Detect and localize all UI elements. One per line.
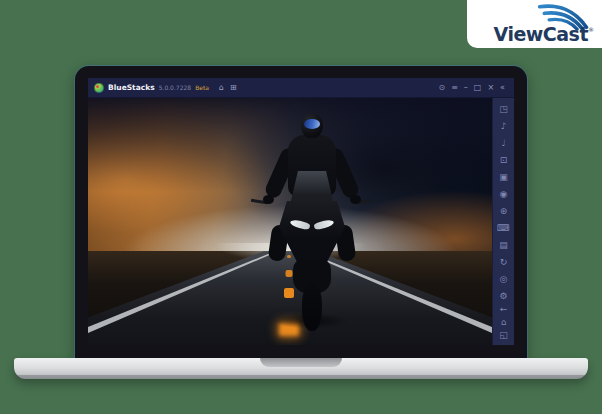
- home-icon[interactable]: ⌂: [217, 84, 226, 92]
- helmet-visor: [304, 119, 320, 129]
- window-controls: ⊙≡–□×«: [435, 84, 508, 92]
- front-wheel: [302, 283, 322, 331]
- maximize-icon[interactable]: □: [471, 84, 485, 92]
- bluestacks-body: ◳♪♩⊡▣◉⊛⌨▤↻◎ ⚙←⌂◱: [88, 98, 514, 345]
- laptop-base-edge: [14, 375, 588, 379]
- emulator-display[interactable]: [88, 98, 492, 345]
- media-manager-icon[interactable]: ▤: [493, 239, 514, 251]
- app-title: BlueStacks: [108, 83, 155, 92]
- bluestacks-window: BlueStacks 5.0.0.7228 Beta ⌂⊞ ⊙≡–□×«: [88, 78, 514, 345]
- location-icon[interactable]: ◉: [493, 188, 514, 200]
- rotate-icon[interactable]: ↻: [493, 256, 514, 268]
- bluestacks-sidebar: ◳♪♩⊡▣◉⊛⌨▤↻◎ ⚙←⌂◱: [492, 98, 514, 345]
- viewcast-logo: ViewCast ®: [467, 0, 602, 48]
- minimize-icon[interactable]: –: [461, 84, 471, 92]
- multi-instance-icon[interactable]: ⊞: [228, 84, 239, 92]
- fullscreen-icon[interactable]: ◳: [493, 103, 514, 115]
- recents-icon[interactable]: ◱: [493, 330, 514, 341]
- beta-badge: Beta: [195, 84, 209, 91]
- bike-fairing: [279, 201, 345, 263]
- rider-hand-right: [350, 195, 361, 204]
- volume-up-icon[interactable]: ♪: [493, 120, 514, 132]
- power-icon[interactable]: ⊙: [435, 84, 448, 92]
- laptop-notch: [260, 358, 342, 367]
- laptop-base: [14, 358, 588, 379]
- menu-icon[interactable]: ≡: [448, 84, 461, 92]
- shake-icon[interactable]: ⊛: [493, 205, 514, 217]
- bluestacks-titlebar: BlueStacks 5.0.0.7228 Beta ⌂⊞ ⊙≡–□×«: [88, 78, 514, 98]
- screenshot-icon[interactable]: ⊡: [493, 154, 514, 166]
- settings-icon[interactable]: ⚙: [493, 291, 514, 302]
- laptop-screen: BlueStacks 5.0.0.7228 Beta ⌂⊞ ⊙≡–□×«: [75, 66, 527, 358]
- collapse-icon[interactable]: «: [497, 84, 508, 92]
- motorcycle-rider: [257, 113, 367, 335]
- titlebar-left-icons: ⌂⊞: [217, 84, 239, 92]
- sidebar-tools: ◳♪♩⊡▣◉⊛⌨▤↻◎: [493, 103, 514, 285]
- stage: ViewCast ® BlueStacks 5.0.0.7228 Beta ⌂⊞…: [0, 0, 602, 414]
- registered-mark: ®: [588, 26, 594, 33]
- rider-hand-left: [263, 195, 274, 204]
- sidebar-nav: ⚙←⌂◱: [493, 291, 514, 341]
- back-icon[interactable]: ←: [493, 304, 514, 315]
- macro-icon[interactable]: ◎: [493, 273, 514, 285]
- viewcast-logo-text: ViewCast: [494, 25, 588, 44]
- keymap-icon[interactable]: ⌨: [493, 222, 514, 234]
- app-version: 5.0.0.7228: [159, 84, 191, 91]
- close-icon[interactable]: ×: [484, 84, 497, 92]
- bluestacks-logo-icon: [94, 83, 104, 93]
- home-nav-icon[interactable]: ⌂: [493, 317, 514, 328]
- screen-recorder-icon[interactable]: ▣: [493, 171, 514, 183]
- volume-down-icon[interactable]: ♩: [493, 137, 514, 149]
